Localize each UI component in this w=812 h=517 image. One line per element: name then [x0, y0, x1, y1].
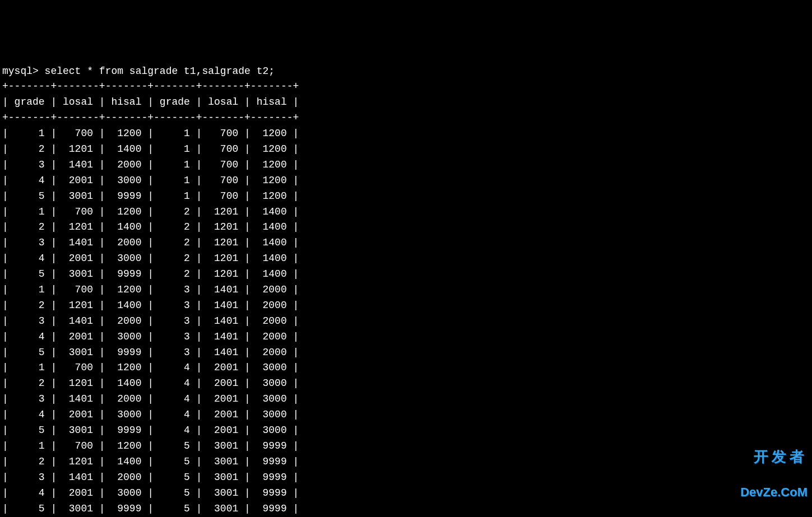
- site-logo: 开发者 DevZe.CoM: [740, 428, 808, 509]
- mysql-terminal-output: mysql> select * from salgrade t1,salgrad…: [2, 64, 810, 517]
- logo-en-text: DevZe.CoM: [740, 486, 808, 499]
- logo-cn-text: 开发者: [740, 449, 808, 464]
